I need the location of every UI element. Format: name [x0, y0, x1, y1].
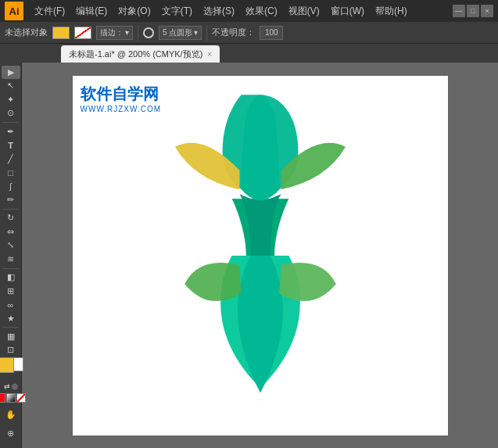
menu-file[interactable]: 文件(F) [30, 3, 70, 20]
menu-edit[interactable]: 编辑(E) [71, 3, 112, 20]
toolbar: ▶ ↖ ✦ ⊙ ✒ T ╱ □ ∫ ✏ ↻ ⇔ ⤡ ≋ ◧ ⊞ ∞ ★ ▦ ⊡ … [0, 63, 22, 448]
tool-separator3 [3, 268, 19, 269]
foreground-color[interactable] [0, 357, 14, 373]
type-tool[interactable]: T [2, 138, 20, 152]
lasso-tool[interactable]: ⊙ [2, 107, 20, 120]
tool-separator2 [3, 209, 19, 210]
document-tab[interactable]: 未标题-1.ai* @ 200% (CMYK/预览) × [61, 45, 220, 63]
opacity-label: 不透明度： [212, 27, 255, 38]
separator2 [206, 25, 207, 41]
menu-window[interactable]: 窗口(W) [326, 3, 369, 20]
tab-label: 未标题-1.ai* @ 200% (CMYK/预览) [69, 48, 202, 60]
close-tab-button[interactable]: × [207, 50, 212, 59]
stroke-color-swatch[interactable] [74, 27, 91, 39]
mesh-tool[interactable]: ⊞ [2, 285, 20, 298]
stroke-label[interactable]: 描边： ▾ [96, 26, 133, 40]
brush-size-dropdown[interactable]: 5 点圆形 ▾ [159, 26, 202, 40]
watermark: 软件自学网 WWW.RJZXW.COM [81, 84, 162, 113]
menu-select[interactable]: 选择(S) [199, 3, 239, 20]
zoom-tool[interactable]: ⊕ [2, 425, 20, 442]
opacity-input[interactable] [260, 26, 283, 40]
warp-tool[interactable]: ≋ [2, 253, 20, 266]
canvas-area[interactable]: 软件自学网 WWW.RJZXW.COM [22, 63, 498, 448]
direct-select-tool[interactable]: ↖ [2, 80, 20, 93]
selection-label: 未选择对象 [5, 27, 48, 38]
line-tool[interactable]: ╱ [2, 152, 20, 166]
blend-tool[interactable]: ∞ [2, 298, 20, 311]
rotate-tool[interactable]: ↻ [2, 212, 20, 225]
window-controls: — □ × [453, 5, 493, 17]
rect-tool[interactable]: □ [2, 166, 20, 179]
main-area: ▶ ↖ ✦ ⊙ ✒ T ╱ □ ∫ ✏ ↻ ⇔ ⤡ ≋ ◧ ⊞ ∞ ★ ▦ ⊡ … [0, 63, 498, 448]
pencil-tool[interactable]: ✏ [2, 193, 20, 206]
minimize-button[interactable]: — [453, 5, 465, 17]
options-bar: 未选择对象 描边： ▾ 5 点圆形 ▾ 不透明度： [0, 22, 498, 44]
magic-wand-tool[interactable]: ✦ [2, 93, 20, 106]
mirror-tool[interactable]: ⇔ [2, 225, 20, 238]
tab-bar: 未标题-1.ai* @ 200% (CMYK/预览) × [0, 44, 498, 63]
artwork-svg [73, 76, 448, 435]
tool-separator [3, 122, 19, 123]
pen-tool[interactable]: ✒ [2, 125, 20, 138]
brush-shape-icon [143, 27, 154, 38]
scale-tool[interactable]: ⤡ [2, 239, 20, 253]
hand-tool[interactable]: ✋ [2, 406, 20, 423]
watermark-url: WWW.RJZXW.COM [81, 105, 162, 113]
artboard-tool[interactable]: ⊡ [2, 344, 20, 357]
symbol-tool[interactable]: ★ [2, 312, 20, 325]
color-mode-icon[interactable] [0, 393, 5, 403]
menu-view[interactable]: 视图(V) [284, 3, 324, 20]
fill-color-swatch[interactable] [52, 27, 70, 39]
menu-object[interactable]: 对象(O) [113, 3, 155, 20]
gradient-mode-icon[interactable] [6, 393, 16, 403]
select-tool[interactable]: ▶ [2, 66, 20, 79]
app-logo: Ai [5, 2, 23, 20]
menu-type[interactable]: 文字(T) [157, 3, 197, 20]
menu-bar: 文件(F) 编辑(E) 对象(O) 文字(T) 选择(S) 效果(C) 视图(V… [30, 3, 412, 20]
swap-colors-icon[interactable]: ⇄ [4, 382, 10, 390]
watermark-title: 软件自学网 [81, 84, 162, 105]
gradient-tool[interactable]: ◧ [2, 271, 20, 284]
none-mode-icon[interactable] [16, 393, 26, 403]
menu-help[interactable]: 帮助(H) [371, 3, 412, 20]
maximize-button[interactable]: □ [467, 5, 479, 17]
artboard: 软件自学网 WWW.RJZXW.COM [73, 76, 448, 435]
separator [138, 25, 138, 41]
default-colors-icon[interactable]: ◎ [12, 382, 18, 390]
title-bar: Ai 文件(F) 编辑(E) 对象(O) 文字(T) 选择(S) 效果(C) 视… [0, 0, 498, 22]
close-button[interactable]: × [481, 5, 493, 17]
column-chart-tool[interactable]: ▦ [2, 330, 20, 343]
menu-effect[interactable]: 效果(C) [241, 3, 282, 20]
paint-brush-tool[interactable]: ∫ [2, 180, 20, 193]
tool-separator4 [3, 327, 19, 328]
